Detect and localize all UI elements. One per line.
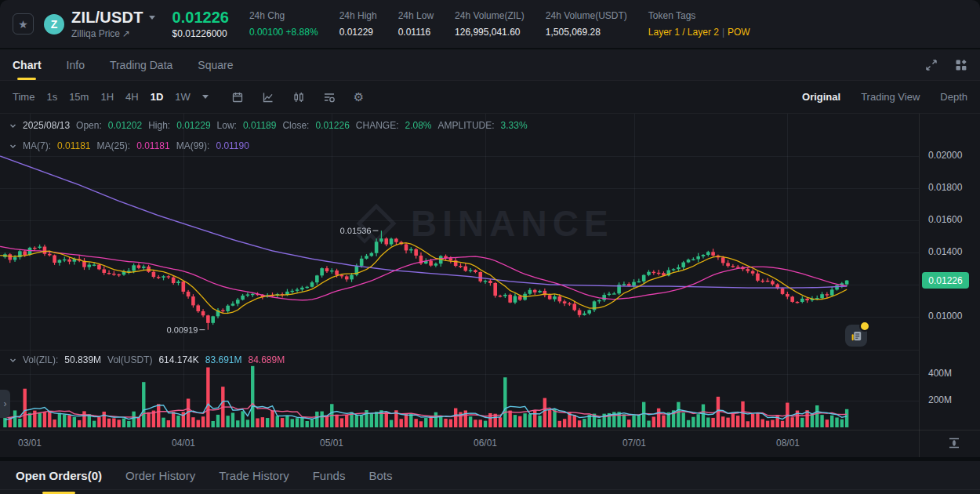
price-axis[interactable]: 0.02000 0.01800 0.01600 0.01400 0.01000 … [919,114,980,457]
view-original[interactable]: Original [802,91,840,103]
auto-scale-icon[interactable] [948,437,960,449]
candlestick-icon[interactable] [292,91,305,104]
chart-body: BINANCE 2025/08/13 Open:0.01202 High:0.0… [0,114,980,457]
stat-24h-low: 24h Low 0.01116 [398,10,434,38]
tab-square[interactable]: Square [198,49,233,80]
price-tick: 0.01600 [928,214,962,225]
token-tag-layers[interactable]: Layer 1 / Layer 2 [648,27,719,38]
date-tick: 08/01 [766,438,810,449]
stat-24h-volume-zil: 24h Volume(ZIL) 126,995,041.60 [455,10,524,38]
vol-usdt-value: 614.174K [158,354,198,365]
favorite-star-button[interactable]: ★ [13,13,34,35]
layout-grid-icon[interactable] [955,59,967,71]
gear-icon[interactable]: ⚙ [354,91,364,104]
collapse-chevron-icon[interactable] [9,357,16,364]
interval-1s[interactable]: 1s [46,91,57,103]
ma7-value: 0.01181 [57,140,91,151]
price-block: 0.01226 $0.01226000 [172,9,229,39]
last-price-badge: 0.01226 [922,272,969,289]
pair-selector[interactable]: ZIL/USDT [71,9,155,27]
indicators-icon[interactable] [323,91,336,104]
news-feed-button[interactable] [845,325,867,347]
tab-order-history[interactable]: Order History [125,469,195,494]
price-tick: 0.02000 [928,150,962,161]
date-tick: 04/01 [162,438,205,449]
binance-spot-app: ★ Z ZIL/USDT Zilliqa Price ↗ 0.01226 $0.… [0,0,980,494]
volume-tick: 200M [928,394,952,405]
interval-1w[interactable]: 1W [175,91,191,103]
tab-info[interactable]: Info [67,49,85,80]
ohlc-open: 0.01202 [108,120,142,131]
calendar-icon[interactable] [231,91,244,104]
tab-chart[interactable]: Chart [13,49,42,80]
vol-zil-value: 50.839M [64,354,101,365]
price-tick: 0.01800 [928,182,962,193]
ohlc-change: 2.08% [405,120,432,131]
zilliqa-logo: Z [44,14,64,35]
chart-panel: Time 1s 15m 1H 4H 1D 1W [0,81,980,457]
token-tags: Token Tags Layer 1 / Layer 2|POW [648,10,750,38]
stat-24h-volume-usdt: 24h Volume(USDT) 1,505,069.28 [546,10,627,38]
price-tick: 0.01000 [928,311,962,321]
expand-icon[interactable] [925,59,938,71]
tab-trading-data[interactable]: Trading Data [110,49,172,80]
interval-15m[interactable]: 15m [69,91,89,103]
pair-block: ZIL/USDT Zilliqa Price ↗ [71,9,155,39]
interval-1d[interactable]: 1D [151,91,164,103]
panel-expand-handle[interactable]: › [0,390,10,418]
pair-name: ZIL/USDT [71,9,143,27]
chevron-right-icon: › [4,398,7,409]
star-icon: ★ [18,19,28,30]
volume-legend: Vol(ZIL):50.839M Vol(USDT)614.174K 83.69… [9,354,285,365]
line-chart-icon[interactable] [262,91,274,104]
ohlc-legend: 2025/08/13 Open:0.01202 High:0.01229 Low… [9,120,528,131]
date-tick: 03/01 [8,438,52,449]
interval-4h[interactable]: 4H [125,91,139,103]
ohlc-high: 0.01229 [176,120,210,131]
ma-legend: MA(7):0.01181 MA(25):0.01181 MA(99):0.01… [9,140,249,151]
chart-toolbar: Time 1s 15m 1H 4H 1D 1W [0,81,980,114]
pair-info-link[interactable]: Zilliqa Price ↗ [71,28,155,39]
news-icon [851,330,862,342]
pair-header: ★ Z ZIL/USDT Zilliqa Price ↗ 0.01226 $0.… [0,0,980,48]
date-tick: 05/01 [310,438,354,449]
date-tick: 07/01 [612,438,656,449]
stat-24h-high: 24h High 0.01229 [339,10,377,38]
tab-open-orders[interactable]: Open Orders(0) [16,469,102,494]
collapse-chevron-icon[interactable] [9,122,16,129]
token-tag-pow[interactable]: POW [728,27,750,38]
ticker-stats: 24h Chg 0.00100 +8.88% 24h High 0.01229 … [249,10,750,38]
ma25-value: 0.01181 [136,140,170,151]
last-price: 0.01226 [172,9,229,27]
view-tradingview[interactable]: Trading View [861,91,920,103]
price-tick: 0.01400 [928,246,962,257]
vol-ma-slow-value: 84.689M [249,354,285,365]
tab-funds[interactable]: Funds [313,469,346,494]
ohlc-close: 0.01226 [315,120,349,131]
interval-dropdown-icon[interactable] [202,95,209,99]
ohlc-date: 2025/08/13 [23,120,70,131]
vol-ma-fast-value: 83.691M [205,354,242,365]
divider [0,489,980,490]
chevron-down-icon [149,16,155,20]
main-tab-bar: Chart Info Trading Data Square [0,49,980,81]
ohlc-amplitude: 3.33% [501,120,528,131]
time-label: Time [13,91,34,103]
tab-bots[interactable]: Bots [368,469,392,494]
view-depth[interactable]: Depth [940,91,967,103]
date-tick: 06/01 [463,438,507,449]
fiat-price: $0.01226000 [172,28,229,39]
ma99-value: 0.01190 [216,140,249,151]
external-link-icon: ↗ [122,28,130,39]
volume-tick: 400M [928,368,952,379]
interval-1h[interactable]: 1H [100,91,114,103]
time-axis[interactable]: 03/01 04/01 05/01 06/01 07/01 08/01 [0,430,980,457]
stat-24h-chg: 24h Chg 0.00100 +8.88% [249,10,318,38]
collapse-chevron-icon[interactable] [9,143,16,150]
tab-trade-history[interactable]: Trade History [219,469,289,494]
ohlc-low: 0.01189 [243,120,277,131]
price-chart-canvas[interactable] [0,114,919,430]
notification-dot [859,321,870,332]
chart-view-modes: Original Trading View Depth [802,91,967,103]
